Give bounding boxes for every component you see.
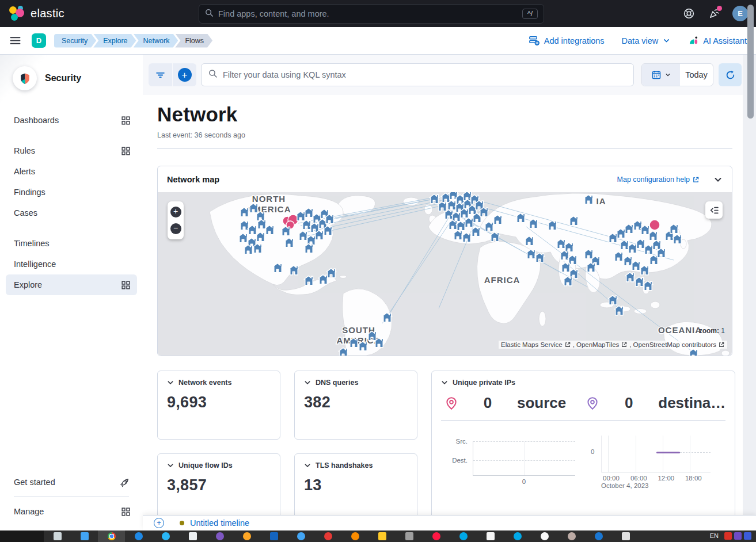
zoom-out-button[interactable]: −: [170, 223, 181, 234]
taskbar-icon-flag-app[interactable]: [585, 530, 612, 542]
add-integrations-link[interactable]: Add integrations: [529, 35, 605, 46]
untitled-timeline-link[interactable]: Untitled timeline: [190, 518, 249, 528]
taskbar-icon-file-explorer[interactable]: [71, 530, 98, 542]
content-divider: [157, 148, 732, 149]
sidebar-item-timelines[interactable]: Timelines: [6, 233, 137, 254]
date-picker-button[interactable]: [642, 64, 680, 86]
taskbar-icon-opera[interactable]: [423, 530, 450, 542]
map-house-marker: [326, 268, 336, 277]
sidebar-item-get-started[interactable]: Get started: [6, 471, 137, 493]
sidebar-item-explore[interactable]: Explore: [6, 274, 137, 295]
card-header[interactable]: Unique flow IDs: [167, 461, 271, 470]
breadcrumb-explore[interactable]: Explore: [93, 34, 136, 48]
card-header[interactable]: DNS queries: [304, 379, 408, 387]
taskbar-icon-pencil-app[interactable]: [612, 530, 639, 542]
refresh-icon: [725, 70, 735, 80]
bar-chart-category-src: Src.: [446, 438, 468, 445]
scrollbar-thumb[interactable]: [747, 5, 754, 119]
breadcrumb-security[interactable]: Security: [54, 34, 96, 48]
sidebar-item-intelligence[interactable]: Intelligence: [6, 254, 137, 274]
help-icon[interactable]: [682, 7, 696, 21]
map-attribution[interactable]: Elastic Maps Service, OpenMapTiles, Open…: [499, 341, 727, 349]
ai-assistant-button[interactable]: AI Assistant: [687, 35, 747, 46]
unique-private-ips-card: Unique private IPs 0 source 0 destina…: [431, 371, 735, 522]
sidebar-item-label: Explore: [14, 280, 42, 289]
global-search-input[interactable]: Find apps, content, and more. ^/: [199, 4, 544, 24]
taskbar-icon-diamond-app[interactable]: [287, 530, 314, 542]
taskbar-icon-blue-app[interactable]: [260, 530, 287, 542]
scrollbar-track[interactable]: [743, 55, 756, 519]
card-header[interactable]: Network events: [167, 379, 271, 387]
line-chart-y-tick: 0: [591, 448, 594, 455]
newsfeed-icon[interactable]: [707, 7, 721, 21]
taskbar-icon-gray-app[interactable]: [396, 530, 423, 542]
card-header[interactable]: Unique private IPs: [441, 379, 725, 387]
taskbar-language[interactable]: EN: [710, 532, 719, 539]
map-house-marker: [438, 201, 447, 211]
add-filter-button[interactable]: +: [173, 63, 196, 86]
taskbar-icon-edge-3[interactable]: [504, 530, 531, 542]
chevron-down-icon: [663, 37, 670, 44]
taskbar-icon-dessert-app[interactable]: [558, 530, 585, 542]
taskbar-icon-red-app[interactable]: [314, 530, 341, 542]
collapse-panel-chevron-icon[interactable]: [713, 175, 723, 184]
rocket-icon: [120, 477, 130, 487]
direction-bar-chart: [473, 441, 575, 476]
destination-pin-icon: [586, 396, 599, 410]
space-badge[interactable]: D: [32, 33, 46, 48]
taskbar-tray-purple[interactable]: [734, 532, 742, 540]
elastic-logo[interactable]: elastic: [9, 6, 64, 21]
taskbar-icon-edge-2[interactable]: [450, 530, 477, 542]
tls-handshakes-value: 13: [304, 476, 408, 494]
sidebar-item-cases[interactable]: Cases: [6, 203, 137, 223]
taskbar-icon-telegram[interactable]: [152, 530, 179, 542]
attribution-link[interactable]: OpenStreetMap contributors: [633, 341, 716, 348]
card-header[interactable]: TLS handshakes: [304, 461, 408, 470]
zoom-in-button[interactable]: +: [170, 207, 181, 217]
chevron-down-icon: [441, 379, 448, 386]
data-view-selector[interactable]: Data view: [622, 36, 671, 45]
taskbar-icon-edge[interactable]: [125, 530, 152, 542]
taskbar-icon-firefox[interactable]: [233, 530, 260, 542]
page-title: Network: [157, 103, 732, 126]
taskbar-icon-chrome[interactable]: [98, 530, 125, 542]
filter-icon-button[interactable]: [149, 63, 172, 86]
sidebar-item-label: Timelines: [14, 239, 50, 248]
taskbar-tray-blue[interactable]: [744, 532, 751, 540]
timeline-bottom-bar[interactable]: + Untitled timeline: [143, 515, 756, 530]
user-avatar[interactable]: E: [732, 6, 748, 21]
map-configuration-help-link[interactable]: Map configuration help: [617, 175, 699, 184]
attribution-link[interactable]: Elastic Maps Service: [501, 341, 563, 348]
sidebar-item-alerts[interactable]: Alerts: [6, 161, 137, 182]
add-timeline-icon[interactable]: +: [154, 518, 164, 528]
sidebar-item-dashboards[interactable]: Dashboards: [6, 110, 137, 131]
refresh-button[interactable]: [719, 63, 742, 86]
taskbar-icon-orange-app[interactable]: [341, 530, 368, 542]
external-link-icon: [693, 177, 699, 183]
sidebar-item-manage[interactable]: Manage: [6, 501, 137, 522]
taskbar-icon-purple-app[interactable]: [206, 530, 233, 542]
attribution-link[interactable]: OpenMapTiles: [576, 341, 619, 348]
sidebar-item-label: Dashboards: [14, 116, 59, 125]
menu-icon[interactable]: [9, 35, 21, 47]
taskbar-icon-m-app[interactable]: [477, 530, 504, 542]
world-map[interactable]: NORTHAMERICAAFRICASOUTHAMERICAOCEANIAIA …: [158, 192, 732, 356]
taskbar-icon-white-app[interactable]: [531, 530, 558, 542]
taskbar-start-area[interactable]: [0, 530, 44, 542]
taskbar-icon-folder[interactable]: [368, 530, 396, 542]
tls-handshakes-card: TLS handshakes 13: [294, 453, 417, 522]
time-line-chart: [601, 436, 711, 472]
taskbar-icon-notepad[interactable]: [179, 530, 206, 542]
kql-filter-input[interactable]: Filter your data using KQL syntax: [201, 63, 634, 86]
breadcrumb-network[interactable]: Network: [134, 34, 178, 48]
last-event-text: Last event: 36 seconds ago: [157, 131, 732, 139]
today-button[interactable]: Today: [680, 64, 713, 86]
taskbar-tray-red[interactable]: [724, 532, 732, 540]
sidebar-item-findings[interactable]: Findings: [6, 182, 137, 203]
global-search-placeholder: Find apps, content, and more.: [218, 9, 329, 18]
legend-collapse-button[interactable]: [705, 201, 723, 219]
breadcrumb-bar: D SecurityExploreNetworkFlows Add integr…: [0, 27, 756, 55]
security-sidebar: Security DashboardsRulesAlertsFindingsCa…: [0, 55, 143, 530]
sidebar-item-rules[interactable]: Rules: [6, 140, 137, 161]
taskbar-icon-task-view[interactable]: [44, 530, 71, 542]
